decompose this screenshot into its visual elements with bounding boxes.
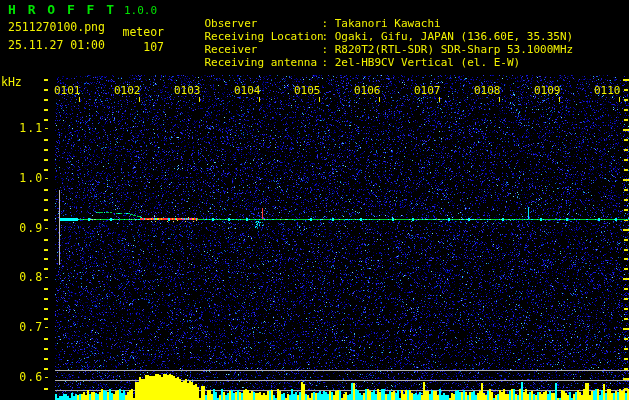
freq-label: 0.8- — [0, 271, 51, 284]
antenna-value: : 2el-HB9CV Vertical (el. E-W) — [322, 56, 521, 69]
freq-label: 0.9- — [0, 222, 51, 235]
freq-axis-unit: kHz — [1, 76, 22, 89]
output-filename: 2511270100.png — [8, 21, 105, 34]
freq-label: 1.0- — [0, 172, 51, 185]
echo-count: 107 — [122, 41, 164, 54]
antenna-label: Receiving antenna — [205, 56, 322, 69]
freq-label: 0.7- — [0, 321, 51, 334]
header-row-antenna: Receiving antenna: 2el-HB9CV Vertical (e… — [178, 43, 520, 82]
freq-label: 1.1- — [0, 122, 51, 135]
app-version: 1.0.0 — [124, 4, 157, 17]
time-label: 0107 — [414, 84, 440, 97]
time-label: 0102 — [114, 84, 140, 97]
observation-datetime: 25.11.27 01:00 — [8, 39, 105, 52]
freq-label: 0.6- — [0, 371, 51, 384]
time-label: 0108 — [474, 84, 500, 97]
time-label: 0106 — [354, 84, 380, 97]
time-label: 0105 — [294, 84, 320, 97]
mode-label: meteor — [122, 26, 164, 39]
app-title: H R O F F T — [8, 3, 116, 16]
hrofft-output-image: H R O F F T 1.0.0 2511270100.png meteor … — [0, 0, 629, 400]
time-label: 0104 — [234, 84, 260, 97]
time-label: 0103 — [174, 84, 200, 97]
time-label: 0109 — [534, 84, 560, 97]
time-label: 0110 — [594, 84, 620, 97]
time-label: 0101 — [54, 84, 80, 97]
